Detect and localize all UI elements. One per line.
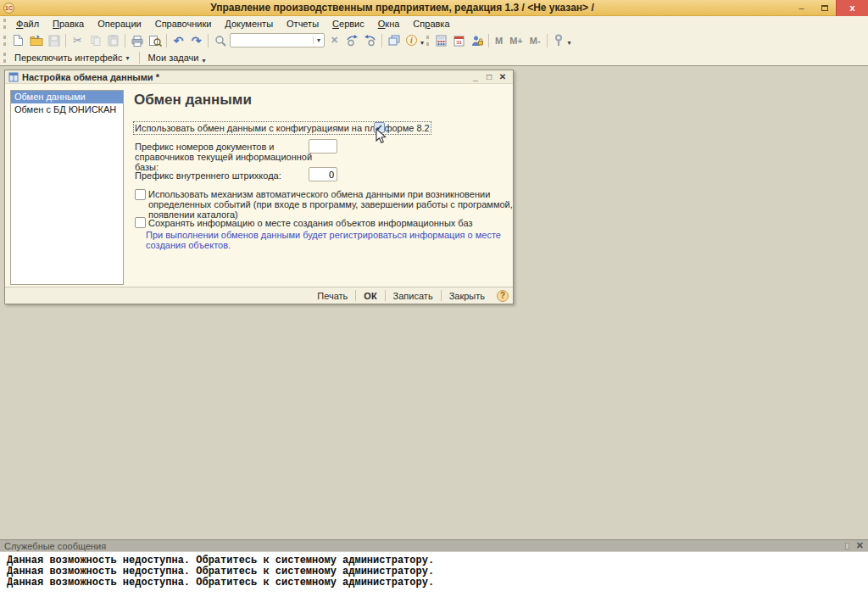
interface-toolbar: Переключить интерфейс ▾ Мои задачи ▾	[0, 50, 868, 66]
service-messages-list: Данная возможность недоступна. Обратитес…	[0, 551, 868, 597]
service-message: Данная возможность недоступна. Обратитес…	[7, 577, 868, 589]
menu-item-0[interactable]: Файл	[9, 18, 46, 30]
paste-icon	[104, 31, 122, 49]
toolbar-separator	[488, 34, 489, 47]
chevron-down-icon[interactable]: ▾	[568, 39, 571, 47]
save-location-label[interactable]: Сохранять информацию о месте создания об…	[148, 218, 515, 228]
calendar-icon[interactable]: 31	[450, 31, 468, 49]
svg-text:31: 31	[456, 40, 462, 45]
messages-close-icon[interactable]: ✕	[856, 540, 864, 551]
print-icon[interactable]	[128, 31, 146, 49]
main-toolbar: ✂↶↷▾✕i▾31MM+M-▾	[0, 31, 868, 50]
toolbar-grip	[426, 36, 429, 46]
save-icon	[45, 31, 63, 49]
my-tasks-label: Мои задачи	[148, 53, 199, 63]
search-combobox[interactable]: ▾	[230, 33, 325, 47]
dialog-maximize-button[interactable]: □	[482, 72, 496, 81]
close-button[interactable]: x	[836, 0, 868, 16]
settings-section-list: Обмен даннымиОбмен с БД ЮНИСКАН	[10, 90, 124, 285]
memory-button-m-plus[interactable]: M+	[506, 36, 526, 46]
memory-button-m[interactable]: M	[492, 36, 506, 46]
search-input[interactable]	[231, 35, 313, 46]
new-document-icon[interactable]	[9, 31, 27, 49]
print-preview-icon[interactable]	[146, 31, 164, 49]
chevron-down-icon: ▾	[126, 54, 130, 62]
my-tasks-button[interactable]: Мои задачи ▾	[143, 50, 212, 66]
chevron-down-icon: ▾	[202, 57, 205, 64]
toolbar-separator	[547, 34, 548, 47]
service-messages-header: Служебные сообщения ✕	[0, 539, 868, 551]
auto-exchange-label[interactable]: Использовать механизм автоматического об…	[148, 189, 515, 220]
dialog-titlebar[interactable]: Настройка обмена данными * _ □ ✕	[5, 70, 513, 84]
print-button[interactable]: Печать	[309, 291, 355, 301]
toolbar-separator	[208, 34, 209, 47]
auto-exchange-checkbox[interactable]	[135, 189, 146, 200]
chevron-down-icon[interactable]: ▾	[420, 39, 424, 47]
window-list-icon[interactable]	[385, 31, 403, 49]
page-title: Обмен данными	[134, 92, 252, 109]
dialog-window-icon	[8, 72, 19, 82]
find-next-icon[interactable]	[343, 31, 361, 49]
menu-item-4[interactable]: Документы	[218, 18, 280, 30]
copy-icon	[86, 31, 104, 49]
data-exchange-settings-dialog: Настройка обмена данными * _ □ ✕ Обмен д…	[4, 70, 514, 304]
restore-button[interactable]	[813, 0, 836, 16]
menu-bar: ФайлПравкаОперацииСправочникиДокументыОт…	[0, 16, 868, 31]
find-previous-icon[interactable]	[361, 31, 379, 49]
toolbar-separator	[139, 52, 140, 64]
info-icon[interactable]: i	[403, 31, 420, 49]
menu-item-1[interactable]: Правка	[46, 18, 91, 30]
mouse-cursor	[376, 128, 387, 144]
toolbar-separator	[166, 34, 167, 47]
desktop: { "window": { "title": "Управление произ…	[0, 0, 868, 597]
menu-item-8[interactable]: Справка	[406, 18, 456, 30]
close-dialog-button[interactable]: Закрыть	[442, 291, 492, 301]
memory-button-m-minus[interactable]: M-	[526, 36, 544, 46]
restore-icon	[821, 5, 828, 11]
prefix-docs-input[interactable]	[309, 139, 337, 153]
window-title: Управление производственным предприятием…	[14, 2, 790, 14]
ok-button[interactable]: ОК	[356, 291, 384, 301]
prefix-barcode-input[interactable]	[309, 167, 337, 181]
undo-icon[interactable]: ↶	[170, 31, 187, 49]
user-permissions-icon[interactable]	[468, 31, 486, 49]
save-location-hint: При выполнении обменов данными будет рег…	[146, 230, 513, 250]
chevron-down-icon[interactable]: ▾	[313, 36, 324, 44]
open-folder-icon[interactable]	[27, 31, 45, 49]
clear-search-icon[interactable]: ✕	[326, 31, 343, 49]
toolbar-grip	[3, 53, 6, 63]
menu-item-7[interactable]: Окна	[371, 18, 407, 30]
cut-icon[interactable]: ✂	[69, 31, 86, 49]
switch-interface-button[interactable]: Переключить интерфейс ▾	[9, 51, 136, 64]
switch-interface-label: Переключить интерфейс	[14, 53, 123, 63]
redo-icon[interactable]: ↷	[187, 31, 205, 49]
list-item[interactable]: Обмен с БД ЮНИСКАН	[11, 103, 123, 116]
dialog-minimize-button[interactable]: _	[469, 72, 482, 81]
save-location-checkbox[interactable]	[135, 217, 146, 228]
app-logo-icon: 1С	[3, 3, 14, 14]
prefix-barcode-label: Префикс внутреннего штрихкода:	[135, 170, 281, 181]
help-button[interactable]: ?	[497, 290, 509, 302]
service-messages-title: Служебные сообщения	[4, 541, 106, 551]
dialog-title: Настройка обмена данными *	[22, 72, 469, 82]
toolbar-grip	[3, 19, 6, 29]
service-settings-icon[interactable]	[550, 31, 568, 49]
toolbar-grip	[3, 36, 6, 46]
calculator-icon[interactable]	[432, 31, 450, 49]
prefix-docs-label: Префикс номеров документов и справочнико…	[135, 142, 314, 172]
toolbar-separator	[125, 34, 125, 47]
menu-item-6[interactable]: Сервис	[326, 18, 371, 30]
app-titlebar: 1С Управление производственным предприят…	[0, 0, 868, 16]
write-button[interactable]: Записать	[386, 291, 441, 301]
pin-icon[interactable]	[845, 543, 849, 550]
dialog-button-bar: ПечатьОКЗаписатьЗакрыть?	[5, 287, 513, 304]
minimize-button[interactable]: –	[790, 0, 813, 16]
dialog-close-button[interactable]: ✕	[496, 72, 509, 81]
menu-item-2[interactable]: Операции	[91, 18, 147, 30]
menu-item-5[interactable]: Отчеты	[280, 18, 326, 30]
menu-item-3[interactable]: Справочники	[148, 18, 219, 30]
find-icon[interactable]	[211, 31, 229, 49]
list-item[interactable]: Обмен данными	[11, 91, 123, 103]
toolbar-separator	[65, 34, 66, 47]
toolbar-separator	[381, 34, 382, 47]
